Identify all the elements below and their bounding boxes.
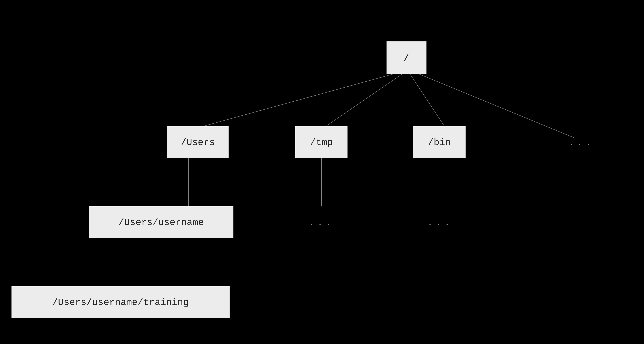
node-bin-more: ... [427,217,453,228]
node-level1-more: ... [568,138,594,148]
node-root-label: / [404,53,409,64]
node-users: /Users [167,126,229,158]
node-tmp-label: /tmp [310,137,333,148]
node-tmp: /tmp [295,126,348,158]
node-username: /Users/username [89,206,233,238]
node-training: /Users/username/training [11,286,230,318]
edge-root-bin [410,74,444,126]
filesystem-tree-diagram: / /Users /tmp /bin ... /Users/username .… [0,0,644,344]
node-tmp-more: ... [309,217,334,228]
node-users-label: /Users [181,137,215,148]
node-root: / [386,41,426,74]
node-bin: /bin [413,126,466,158]
node-training-label: /Users/username/training [52,297,189,308]
node-bin-label: /bin [428,137,451,148]
node-username-label: /Users/username [118,217,204,228]
